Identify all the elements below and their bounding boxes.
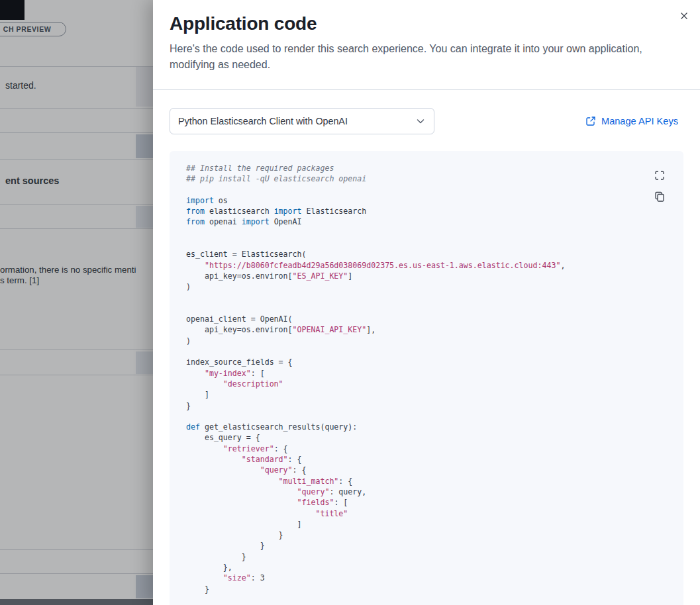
code-line: def get_elasticsearch_results(query):: [186, 422, 644, 432]
code-block-actions: [653, 169, 666, 203]
code-line: ): [186, 336, 644, 346]
code-line: ## Install the required packages: [186, 163, 644, 173]
code-line: }: [186, 584, 644, 594]
manage-api-keys-label: Manage API Keys: [601, 116, 678, 126]
code-line: [186, 185, 644, 195]
code-line: "description": [186, 379, 644, 389]
code-line: "standard": {: [186, 454, 644, 465]
code-line: from openai import OpenAI: [186, 216, 644, 227]
code-line: "title": [186, 508, 644, 519]
code-line: api_key=os.environ["ES_API_KEY"]: [186, 271, 644, 281]
code-line: es_client = Elasticsearch(: [186, 249, 644, 259]
code-line: [186, 238, 644, 249]
code-line: }: [186, 530, 644, 540]
code-line: [186, 411, 644, 422]
code-block: ## Install the required packages## pip i…: [170, 151, 683, 605]
modal-title: Application code: [170, 12, 658, 36]
code-line: "my-index": [: [186, 368, 644, 379]
code-line: [186, 303, 644, 314]
code-line: [186, 346, 644, 357]
code-line: from elasticsearch import Elasticsearch: [186, 206, 644, 216]
language-select[interactable]: Python Elasticsearch Client with OpenAI: [170, 108, 434, 134]
code-line: [186, 228, 644, 238]
code-line: }: [186, 400, 644, 411]
code-line: "query": query,: [186, 487, 644, 497]
code-line: index_source_fields = {: [186, 357, 644, 367]
chevron-down-icon: [415, 116, 426, 126]
code-line: "query": {: [186, 465, 644, 475]
code-line: "retriever": {: [186, 443, 644, 454]
code-line: }: [186, 551, 644, 562]
code-line: },: [186, 562, 644, 573]
code-line: "https://b8060fcfeadb4d29a56d038069d0237…: [186, 260, 644, 271]
manage-api-keys-link[interactable]: Manage API Keys: [585, 116, 678, 126]
controls-row: Python Elasticsearch Client with OpenAI …: [170, 108, 683, 134]
code-line: ]: [186, 389, 644, 400]
application-code-modal: Application code Here's the code used to…: [153, 0, 700, 605]
external-link-icon: [585, 116, 596, 126]
code-line: [186, 293, 644, 303]
modal-description: Here's the code used to render this sear…: [170, 41, 658, 73]
code-line: "fields": [: [186, 497, 644, 508]
code-line: api_key=os.environ["OPENAI_API_KEY"],: [186, 324, 644, 335]
code-line: ): [186, 281, 644, 292]
code-line: "size": 3: [186, 573, 644, 583]
close-icon-glyph: [679, 11, 689, 21]
code-content: ## Install the required packages## pip i…: [186, 163, 644, 605]
fullscreen-icon[interactable]: [653, 169, 666, 182]
code-line: openai_client = OpenAI(: [186, 314, 644, 324]
code-line: }: [186, 540, 644, 551]
code-line: ## pip install -qU elasticsearch openai: [186, 173, 644, 184]
modal-header: Application code Here's the code used to…: [153, 0, 700, 73]
code-line: import os: [186, 195, 644, 206]
modal-body: Python Elasticsearch Client with OpenAI …: [153, 90, 700, 605]
code-line: ]: [186, 519, 644, 530]
language-select-value: Python Elasticsearch Client with OpenAI: [178, 116, 348, 126]
copy-icon[interactable]: [653, 190, 666, 203]
close-icon[interactable]: [676, 8, 692, 24]
code-line: es_query = {: [186, 432, 644, 443]
code-line: [186, 594, 644, 605]
code-line: "multi_match": {: [186, 476, 644, 487]
